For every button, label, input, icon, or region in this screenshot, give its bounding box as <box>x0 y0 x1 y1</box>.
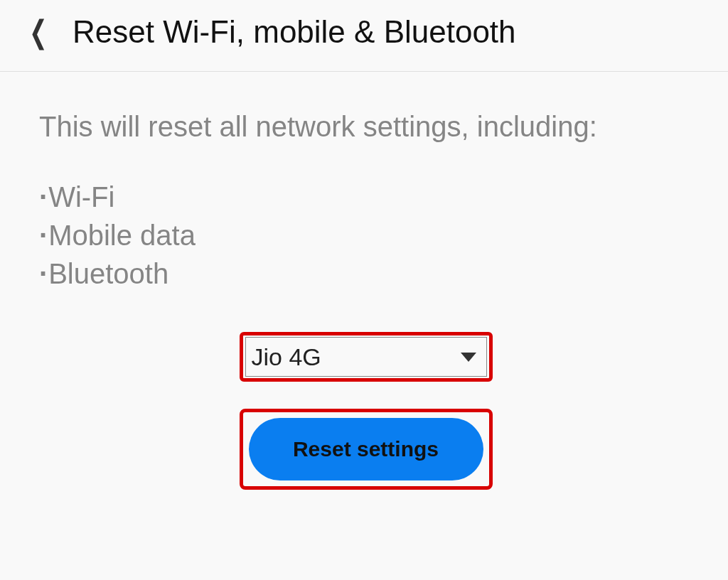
header-bar: ❮ Reset Wi-Fi, mobile & Bluetooth <box>0 0 728 72</box>
back-icon[interactable]: ❮ <box>29 16 48 48</box>
dropdown-selected-value: Jio 4G <box>252 343 321 371</box>
list-item: Bluetooth <box>39 254 692 293</box>
highlight-dropdown: Jio 4G <box>240 332 493 382</box>
content-area: This will reset all network settings, in… <box>0 72 728 490</box>
network-dropdown[interactable]: Jio 4G <box>245 337 487 377</box>
list-item: Wi-Fi <box>39 178 692 216</box>
list-item: Mobile data <box>39 216 692 254</box>
reset-settings-button[interactable]: Reset settings <box>249 418 483 480</box>
highlight-button: Reset settings <box>240 409 493 490</box>
chevron-down-icon <box>461 353 476 362</box>
description-text: This will reset all network settings, in… <box>39 107 692 146</box>
bullet-wifi: Wi-Fi <box>48 181 114 213</box>
bullet-list: Wi-Fi Mobile data Bluetooth <box>39 178 692 293</box>
controls-group: Jio 4G Reset settings <box>39 332 692 490</box>
bullet-mobile-data: Mobile data <box>48 220 196 251</box>
page-title: Reset Wi-Fi, mobile & Bluetooth <box>73 14 516 50</box>
bullet-bluetooth: Bluetooth <box>48 258 168 289</box>
